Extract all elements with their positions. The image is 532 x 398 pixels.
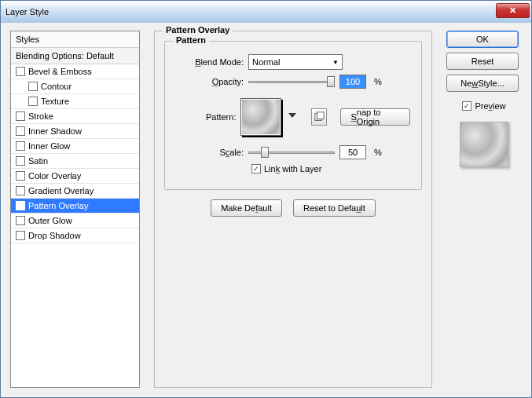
chevron-down-icon: ▼	[332, 59, 339, 66]
style-checkbox[interactable]	[16, 141, 25, 151]
styles-header[interactable]: Styles	[11, 31, 139, 48]
scale-unit: %	[374, 148, 382, 157]
blend-mode-label: Blend Mode:	[176, 57, 244, 67]
close-icon: ✕	[509, 5, 516, 15]
style-item-color-overlay[interactable]: Color Overlay	[11, 169, 139, 184]
style-item-label: Satin	[28, 156, 48, 166]
create-pattern-button[interactable]	[311, 108, 327, 126]
pattern-overlay-group: Pattern Overlay Pattern Blend Mode: Norm…	[154, 31, 432, 388]
style-item-label: Inner Shadow	[28, 126, 82, 136]
style-item-label: Color Overlay	[28, 171, 81, 181]
dialog-body: Styles Blending Options: Default Bevel &…	[1, 23, 531, 397]
style-item-label: Bevel & Emboss	[28, 67, 92, 76]
ok-button[interactable]: OK	[446, 31, 519, 48]
style-item-label: Stroke	[28, 111, 53, 121]
styles-panel: Styles Blending Options: Default Bevel &…	[10, 31, 140, 388]
scale-slider[interactable]	[248, 145, 335, 159]
style-item-label: Contour	[41, 82, 72, 91]
default-buttons-row: Make Default Reset to Default	[164, 199, 422, 217]
pattern-label: Pattern:	[176, 112, 236, 122]
reset-button[interactable]: Reset	[446, 53, 519, 70]
style-checkbox[interactable]	[16, 201, 25, 210]
link-with-layer-checkbox[interactable]	[251, 164, 261, 173]
style-item-label: Pattern Overlay	[28, 201, 88, 210]
new-style-button[interactable]: New Style...	[446, 75, 519, 92]
scale-label: Scale:	[176, 148, 244, 157]
style-item-bevel-emboss[interactable]: Bevel & Emboss	[11, 64, 139, 79]
style-item-label: Texture	[41, 97, 69, 106]
layer-style-dialog: Layer Style ✕ Styles Blending Options: D…	[0, 0, 532, 398]
reset-to-default-button[interactable]: Reset to Default	[293, 199, 376, 217]
preview-row: Preview	[446, 101, 522, 111]
window-title: Layer Style	[6, 7, 496, 16]
svg-rect-1	[317, 112, 325, 119]
link-with-layer-row: Link with Layer	[251, 164, 410, 173]
style-item-contour[interactable]: Contour	[11, 79, 139, 94]
opacity-input[interactable]: 100	[339, 75, 366, 89]
style-checkbox[interactable]	[16, 216, 25, 225]
preview-swatch	[460, 122, 508, 167]
style-checkbox[interactable]	[16, 67, 25, 76]
scale-input[interactable]: 50	[339, 145, 366, 159]
pattern-group: Pattern Blend Mode: Normal ▼ Opacity:	[164, 41, 422, 190]
style-checkbox[interactable]	[16, 156, 25, 166]
blend-mode-value: Normal	[252, 57, 280, 67]
style-checkbox[interactable]	[16, 186, 25, 195]
styles-list: Bevel & EmbossContourTextureStrokeInner …	[11, 64, 139, 243]
blend-mode-combo[interactable]: Normal ▼	[248, 54, 343, 70]
scale-slider-thumb[interactable]	[261, 147, 269, 158]
preview-checkbox[interactable]	[462, 101, 471, 111]
style-item-satin[interactable]: Satin	[11, 154, 139, 169]
right-buttons: OK Reset New Style... Preview	[446, 31, 522, 388]
blend-mode-row: Blend Mode: Normal ▼	[176, 54, 410, 70]
new-pattern-icon	[314, 111, 325, 122]
pattern-swatch[interactable]	[240, 98, 281, 136]
pattern-dropdown-icon[interactable]	[288, 113, 296, 121]
style-item-inner-shadow[interactable]: Inner Shadow	[11, 124, 139, 139]
style-item-stroke[interactable]: Stroke	[11, 109, 139, 124]
style-item-label: Drop Shadow	[28, 231, 81, 240]
pattern-legend: Pattern	[173, 35, 209, 45]
style-item-inner-glow[interactable]: Inner Glow	[11, 139, 139, 154]
style-item-texture[interactable]: Texture	[11, 94, 139, 109]
snap-to-origin-button[interactable]: Snap to Origin	[340, 108, 410, 126]
style-item-label: Outer Glow	[28, 216, 72, 225]
style-item-drop-shadow[interactable]: Drop Shadow	[11, 228, 139, 243]
pattern-row: Pattern: Snap to Origin	[176, 98, 410, 136]
opacity-unit: %	[374, 77, 382, 86]
make-default-button[interactable]: Make Default	[211, 199, 282, 217]
style-checkbox[interactable]	[16, 126, 25, 136]
style-checkbox[interactable]	[28, 82, 38, 91]
opacity-row: Opacity: 100 %	[176, 75, 410, 89]
titlebar[interactable]: Layer Style ✕	[1, 1, 531, 23]
style-item-pattern-overlay[interactable]: Pattern Overlay	[11, 199, 139, 214]
panel-heading: Pattern Overlay	[163, 25, 233, 35]
style-checkbox[interactable]	[28, 97, 38, 106]
opacity-slider-thumb[interactable]	[327, 76, 335, 87]
link-with-layer-label: Link with Layer	[264, 164, 321, 173]
style-item-label: Gradient Overlay	[28, 186, 94, 195]
center-panel: Pattern Overlay Pattern Blend Mode: Norm…	[154, 31, 432, 388]
style-checkbox[interactable]	[16, 171, 25, 181]
style-item-label: Inner Glow	[28, 141, 70, 151]
style-checkbox[interactable]	[16, 111, 25, 121]
close-button[interactable]: ✕	[496, 3, 530, 18]
style-checkbox[interactable]	[16, 231, 25, 240]
style-item-outer-glow[interactable]: Outer Glow	[11, 214, 139, 228]
scale-row: Scale: 50 %	[176, 145, 410, 159]
slider-track	[248, 81, 335, 83]
style-item-gradient-overlay[interactable]: Gradient Overlay	[11, 184, 139, 199]
opacity-label: Opacity:	[176, 77, 244, 86]
preview-label: Preview	[475, 101, 505, 111]
opacity-slider[interactable]	[248, 75, 335, 89]
blending-options-row[interactable]: Blending Options: Default	[11, 48, 139, 64]
